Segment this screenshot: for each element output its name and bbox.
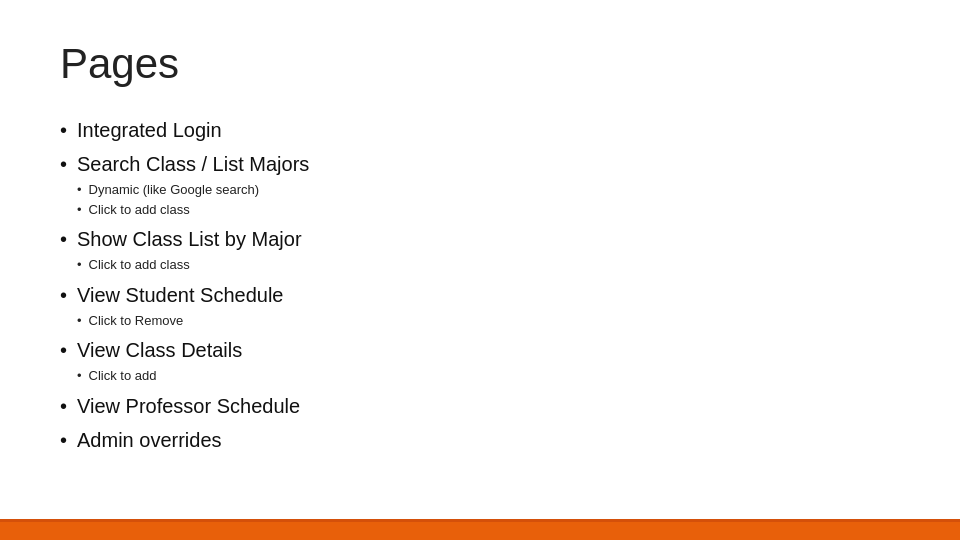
sub-list: Click to Remove	[77, 311, 283, 331]
sub-list-item: Click to add	[77, 366, 242, 386]
sub-list: Click to add	[77, 366, 242, 386]
sub-list: Dynamic (like Google search)Click to add…	[77, 180, 309, 219]
main-content: Pages Integrated LoginSearch Class / Lis…	[0, 0, 960, 490]
page-title: Pages	[60, 40, 900, 88]
bottom-bar	[0, 522, 960, 540]
sub-list-item: Dynamic (like Google search)	[77, 180, 309, 200]
list-item: Show Class List by MajorClick to add cla…	[60, 225, 900, 275]
list-item: Admin overrides	[60, 426, 900, 454]
list-item: View Class DetailsClick to add	[60, 336, 900, 386]
list-item-label: Admin overrides	[77, 426, 222, 454]
sub-list-item: Click to add class	[77, 255, 302, 275]
list-item-label: View Student Schedule	[77, 281, 283, 309]
list-item: View Professor Schedule	[60, 392, 900, 420]
pages-list: Integrated LoginSearch Class / List Majo…	[60, 116, 900, 454]
sub-list-item: Click to add class	[77, 200, 309, 220]
list-item: Search Class / List MajorsDynamic (like …	[60, 150, 900, 219]
list-item-label: Show Class List by Major	[77, 225, 302, 253]
sub-list: Click to add class	[77, 255, 302, 275]
list-item-label: View Class Details	[77, 336, 242, 364]
sub-list-item: Click to Remove	[77, 311, 283, 331]
list-item: View Student ScheduleClick to Remove	[60, 281, 900, 331]
list-item-label: View Professor Schedule	[77, 392, 300, 420]
list-item: Integrated Login	[60, 116, 900, 144]
list-item-label: Search Class / List Majors	[77, 150, 309, 178]
list-item-label: Integrated Login	[77, 116, 222, 144]
